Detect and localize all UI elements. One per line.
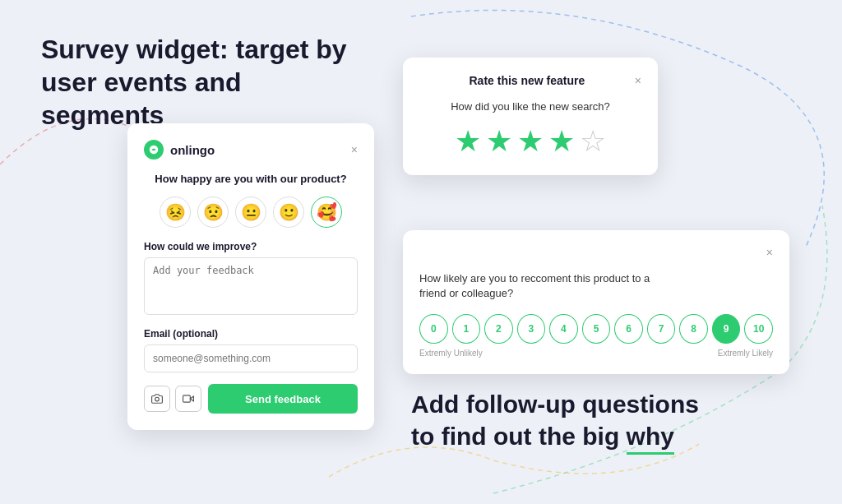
email-input[interactable]	[144, 344, 358, 372]
svg-marker-2	[190, 396, 193, 401]
nps-4[interactable]: 4	[549, 314, 578, 344]
feedback-logo: onlingo	[144, 140, 215, 160]
rate-widget-header: Rate this new feature ×	[419, 74, 641, 87]
nps-10[interactable]: 10	[744, 314, 773, 344]
feedback-widget: onlingo × How happy are you with our pro…	[127, 123, 374, 430]
rate-question: How did you like the new search?	[419, 100, 641, 113]
nps-widget-header: ×	[419, 247, 773, 258]
nps-1[interactable]: 1	[452, 314, 481, 344]
star-5[interactable]: ☆	[580, 124, 606, 159]
improve-textarea[interactable]	[144, 257, 358, 315]
star-2[interactable]: ★	[486, 124, 512, 159]
feedback-question: How happy are you with our product?	[144, 173, 358, 185]
video-button[interactable]	[175, 386, 201, 412]
star-1[interactable]: ★	[455, 124, 481, 159]
emoji-1[interactable]: 😣	[160, 197, 191, 228]
stars-row: ★ ★ ★ ★ ☆	[419, 124, 641, 159]
email-label: Email (optional)	[144, 328, 358, 340]
cta-line1: Add follow-up questions to find out the …	[411, 388, 806, 455]
main-heading: Survey widget: target by user events and…	[41, 33, 354, 132]
nps-5[interactable]: 5	[582, 314, 611, 344]
cta-highlight: why	[627, 420, 674, 455]
star-4[interactable]: ★	[548, 124, 575, 159]
rate-close-button[interactable]: ×	[635, 75, 641, 86]
rate-widget: Rate this new feature × How did you like…	[403, 58, 658, 175]
emoji-5[interactable]: 🥰	[311, 197, 342, 228]
emoji-4[interactable]: 🙂	[273, 197, 304, 228]
feedback-widget-header: onlingo ×	[144, 140, 358, 160]
nps-widget: × How likely are you to reccoment this p…	[403, 230, 789, 374]
nps-scale: 0 1 2 3 4 5 6 7 8 9 10	[419, 314, 773, 344]
send-feedback-button[interactable]: Send feedback	[208, 384, 358, 414]
footer-actions: Send feedback	[144, 384, 358, 414]
logo-icon	[144, 140, 164, 160]
nps-2[interactable]: 2	[484, 314, 513, 344]
nps-7[interactable]: 7	[647, 314, 676, 344]
emoji-3[interactable]: 😐	[235, 197, 266, 228]
bottom-cta: Add follow-up questions to find out the …	[411, 388, 806, 455]
emoji-row: 😣 😟 😐 🙂 🥰	[144, 197, 358, 228]
improve-label: How could we improve?	[144, 241, 358, 252]
rate-title: Rate this new feature	[469, 74, 585, 87]
logo-text: onlingo	[170, 143, 215, 157]
nps-3[interactable]: 3	[517, 314, 546, 344]
nps-0[interactable]: 0	[419, 314, 448, 344]
nps-8[interactable]: 8	[679, 314, 708, 344]
nps-9[interactable]: 9	[712, 314, 741, 344]
heading-title: Survey widget: target by user events and…	[41, 33, 354, 132]
nps-6[interactable]: 6	[614, 314, 643, 344]
nps-labels: Extremly Unlikely Extremly Likely	[419, 349, 773, 358]
camera-button[interactable]	[144, 386, 170, 412]
icon-group	[144, 386, 201, 412]
nps-label-right: Extremly Likely	[718, 349, 773, 358]
star-3[interactable]: ★	[517, 124, 544, 159]
nps-close-button[interactable]: ×	[766, 247, 773, 258]
svg-rect-3	[183, 395, 191, 402]
feedback-close-button[interactable]: ×	[351, 144, 358, 155]
emoji-2[interactable]: 😟	[197, 197, 229, 228]
nps-label-left: Extremly Unlikely	[419, 349, 483, 358]
nps-question: How likely are you to reccoment this pro…	[419, 271, 666, 301]
svg-point-1	[155, 397, 160, 401]
